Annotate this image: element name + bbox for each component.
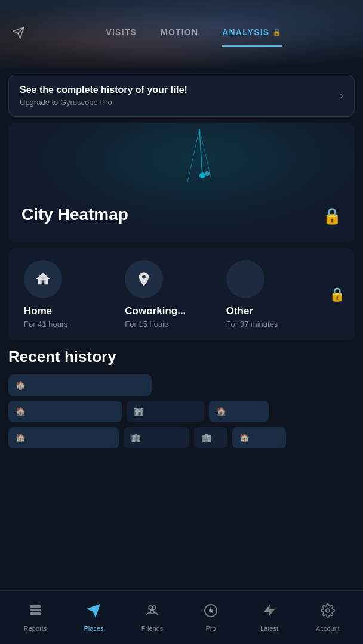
history-bar-cowork-1: 🏢 <box>127 401 204 422</box>
bar-cowork-icon-2: 🏢 <box>131 433 141 442</box>
upgrade-banner[interactable]: See the complete history of your life! U… <box>8 75 355 117</box>
account-icon <box>321 603 335 621</box>
svg-line-3 <box>187 129 199 182</box>
tab-visits[interactable]: VISITS <box>106 27 137 42</box>
svg-point-6 <box>205 171 210 176</box>
places-icon <box>87 603 101 621</box>
history-bar-cowork-3: 🏢 <box>194 427 227 448</box>
bar-cowork-icon-3: 🏢 <box>201 433 211 442</box>
friends-label: Friends <box>141 625 164 632</box>
svg-rect-9 <box>30 612 41 615</box>
places-label: Places <box>84 625 103 632</box>
pro-label: Pro <box>205 625 216 632</box>
other-icon-wrap <box>226 260 264 298</box>
home-duration: For 41 hours <box>24 320 68 329</box>
places-row: Home For 41 hours Coworking... For 15 ho… <box>8 248 355 340</box>
reports-icon <box>28 603 42 621</box>
svg-point-13 <box>152 606 156 609</box>
header: VISITS MOTION ANALYSIS 🔒 <box>0 0 363 69</box>
place-home: Home For 41 hours <box>18 260 119 329</box>
coworking-icon <box>136 271 152 287</box>
chevron-right-icon: › <box>340 89 343 102</box>
history-bar-home-4: 🏠 <box>8 427 119 448</box>
recent-history-title: Recent history <box>8 348 355 366</box>
account-label: Account <box>316 625 340 632</box>
friends-icon <box>145 603 159 621</box>
city-heatmap-card[interactable]: City Heatmap 🔒 <box>8 123 355 242</box>
svg-marker-11 <box>88 605 100 617</box>
svg-point-16 <box>209 609 213 612</box>
heatmap-lock-icon: 🔒 <box>322 207 342 225</box>
heatmap-title: City Heatmap <box>21 205 128 224</box>
bar-home-icon-1: 🏠 <box>16 380 26 390</box>
places-svg <box>87 603 101 618</box>
svg-marker-17 <box>264 605 275 617</box>
other-name: Other <box>226 305 253 317</box>
place-other: Other For 37 minutes <box>220 260 345 329</box>
upgrade-title: See the complete history of your life! <box>20 85 187 95</box>
nav-account[interactable]: Account <box>299 603 357 632</box>
history-bar-home-1: 🏠 <box>8 374 152 396</box>
nav-latest[interactable]: Latest <box>240 603 299 632</box>
bottom-nav: Reports Places Friends <box>0 590 363 644</box>
history-bar-cowork-2: 🏢 <box>124 427 189 448</box>
history-row-3: 🏠 🏢 🏢 🏠 <box>8 427 355 448</box>
place-coworking: Coworking... For 15 hours <box>119 260 220 329</box>
history-bar-home-2: 🏠 <box>8 401 122 422</box>
upgrade-text: See the complete history of your life! U… <box>20 85 187 107</box>
places-lock-icon: 🔒 <box>329 287 345 302</box>
coworking-duration: For 15 hours <box>125 320 169 329</box>
latest-svg <box>262 603 276 618</box>
history-bar-home-3: 🏠 <box>209 401 269 422</box>
nav-reports[interactable]: Reports <box>6 603 64 632</box>
svg-point-18 <box>326 609 330 612</box>
bar-cowork-icon-1: 🏢 <box>134 407 144 416</box>
upgrade-subtitle: Upgrade to Gyroscope Pro <box>20 98 187 107</box>
nav-tabs: VISITS MOTION ANALYSIS 🔒 <box>37 27 351 42</box>
nav-friends[interactable]: Friends <box>123 603 182 632</box>
nav-pro[interactable]: Pro <box>182 603 240 632</box>
heatmap-decoration <box>152 129 247 200</box>
coworking-icon-wrap <box>125 260 163 298</box>
history-bars: 🏠 🏠 🏢 🏠 🏠 🏢 🏢 <box>8 374 355 448</box>
history-row-2: 🏠 🏢 🏠 <box>8 401 355 422</box>
bar-home-icon-4: 🏠 <box>16 433 26 442</box>
analysis-lock-icon: 🔒 <box>272 28 282 36</box>
tab-motion[interactable]: MOTION <box>161 27 198 42</box>
friends-svg <box>145 603 159 618</box>
pro-icon <box>204 603 218 621</box>
history-row-1: 🏠 <box>8 374 355 396</box>
pro-svg <box>204 603 218 618</box>
coworking-name: Coworking... <box>125 305 186 317</box>
bar-home-icon-5: 🏠 <box>239 433 250 442</box>
bar-home-icon-3: 🏠 <box>216 407 226 416</box>
nav-places[interactable]: Places <box>64 603 123 632</box>
reports-svg <box>28 603 42 618</box>
account-svg <box>321 603 335 618</box>
latest-icon <box>262 603 276 621</box>
svg-point-5 <box>199 172 205 178</box>
svg-rect-7 <box>30 605 41 608</box>
tab-analysis[interactable]: ANALYSIS 🔒 <box>222 27 282 42</box>
svg-rect-8 <box>30 609 41 611</box>
latest-label: Latest <box>260 625 278 632</box>
home-name: Home <box>24 305 52 317</box>
other-duration: For 37 minutes <box>226 320 278 329</box>
home-icon <box>35 271 51 287</box>
history-bar-home-5: 🏠 <box>232 427 286 448</box>
home-icon-wrap <box>24 260 62 298</box>
svg-point-14 <box>150 610 154 614</box>
location-icon <box>12 26 25 42</box>
bar-home-icon-2: 🏠 <box>16 407 26 416</box>
recent-history-section: Recent history 🏠 🏠 🏢 🏠 🏠 � <box>8 348 355 448</box>
reports-label: Reports <box>24 625 47 632</box>
